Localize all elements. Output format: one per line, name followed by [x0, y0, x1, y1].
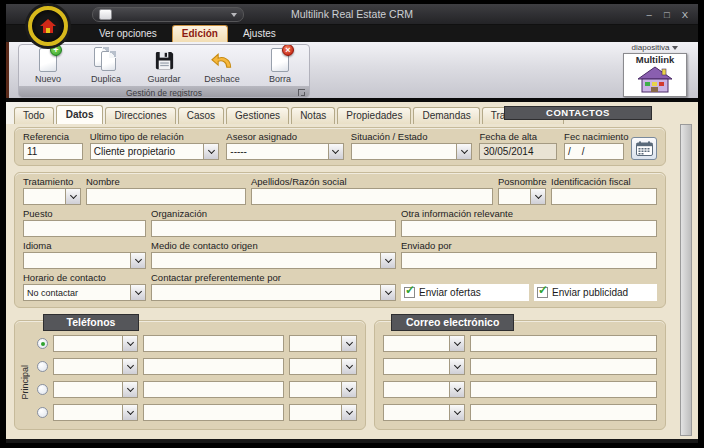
- tab-direcciones[interactable]: Direcciones: [105, 107, 175, 124]
- ribbon: + Nuevo Duplica: [6, 42, 698, 102]
- enviado-por-input[interactable]: [401, 252, 657, 269]
- phone-row: [37, 335, 357, 352]
- phone-ext-select[interactable]: [289, 404, 357, 421]
- tab-todo[interactable]: Todo: [14, 107, 54, 124]
- identificacion-fiscal-input[interactable]: [551, 188, 657, 205]
- ribbon-group-caption: Gestión de registros: [19, 86, 309, 98]
- maximize-button[interactable]: □: [664, 9, 670, 20]
- guardar-button[interactable]: Guardar: [137, 47, 191, 84]
- nombre-input[interactable]: [86, 188, 246, 205]
- chevron-down-icon: [341, 382, 356, 397]
- chevron-down-icon: [449, 382, 464, 397]
- phone-type-select[interactable]: [53, 358, 138, 375]
- phone-principal-radio[interactable]: [37, 338, 48, 349]
- situacion-select[interactable]: [351, 143, 473, 160]
- phone-type-select[interactable]: [53, 404, 138, 421]
- duplica-button[interactable]: Duplica: [79, 47, 133, 84]
- chevron-down-icon: [672, 46, 678, 50]
- menu-ver-opciones[interactable]: Ver opciones: [90, 26, 166, 42]
- horario-contacto-select[interactable]: No contactar: [23, 284, 146, 301]
- email-address-input[interactable]: [470, 381, 657, 398]
- puesto-input[interactable]: [23, 220, 146, 237]
- form-content: Referencia 11 Ultimo tipo de relación Cl…: [6, 124, 698, 439]
- tab-gestiones[interactable]: Gestiones: [226, 107, 289, 124]
- chevron-down-icon: [449, 336, 464, 351]
- telefonos-header: Teléfonos: [43, 314, 139, 331]
- email-type-select[interactable]: [383, 404, 465, 421]
- chevron-down-icon: [341, 336, 356, 351]
- chevron-down-icon: [449, 359, 464, 374]
- panel-datos-personales: Tratamiento Nombre Apellidos/Razón socia…: [14, 172, 666, 308]
- titlebar: Multilink Real Estate CRM – □ X: [6, 4, 698, 25]
- enviar-ofertas-checkbox[interactable]: ✓ Enviar ofertas: [401, 284, 529, 301]
- deshace-button[interactable]: Deshace: [195, 47, 249, 84]
- chevron-down-icon: [122, 359, 137, 374]
- apellidos-input[interactable]: [251, 188, 493, 205]
- email-row: [383, 381, 657, 398]
- menu-ajustes[interactable]: Ajustes: [234, 26, 285, 42]
- organizacion-input[interactable]: [151, 220, 396, 237]
- tipo-relacion-select[interactable]: Cliente propietario: [90, 143, 220, 160]
- chevron-down-icon: [380, 285, 395, 300]
- phone-type-select[interactable]: [53, 381, 138, 398]
- menu-edicion[interactable]: Edición: [172, 25, 228, 42]
- checkbox-checked-icon: ✓: [537, 287, 548, 298]
- enviar-publicidad-checkbox[interactable]: ✓ Enviar publicidad: [534, 284, 657, 301]
- medio-contacto-select[interactable]: [151, 252, 396, 269]
- phone-number-input[interactable]: [143, 381, 284, 398]
- chevron-down-icon: [530, 189, 545, 204]
- chevron-down-icon: [341, 359, 356, 374]
- slide-dropdown[interactable]: diapositiva: [618, 42, 692, 53]
- nuevo-button[interactable]: + Nuevo: [21, 47, 75, 84]
- otra-informacion-input[interactable]: [401, 220, 657, 237]
- chevron-down-icon: [130, 285, 145, 300]
- close-button[interactable]: X: [682, 9, 688, 20]
- phone-number-input[interactable]: [143, 358, 284, 375]
- email-type-select[interactable]: [383, 335, 465, 352]
- multilink-logo: Multilink: [623, 53, 687, 97]
- dialog-launcher-icon[interactable]: [298, 89, 305, 96]
- email-address-input[interactable]: [470, 404, 657, 421]
- phone-type-select[interactable]: [53, 335, 138, 352]
- minimize-button[interactable]: –: [647, 9, 652, 20]
- phone-ext-select[interactable]: [289, 381, 357, 398]
- duplicate-pages-icon: [94, 47, 118, 73]
- window-controls: – □ X: [647, 9, 688, 20]
- phone-row: [37, 358, 357, 375]
- email-type-select[interactable]: [383, 381, 465, 398]
- tab-notas[interactable]: Notas: [291, 107, 335, 124]
- panel-identificacion: Referencia 11 Ultimo tipo de relación Cl…: [14, 127, 666, 166]
- email-address-input[interactable]: [470, 335, 657, 352]
- asesor-select[interactable]: -----: [226, 143, 344, 160]
- fec-nacimiento-input[interactable]: / /: [564, 143, 624, 160]
- chevron-down-icon: [456, 144, 471, 159]
- app-logo-icon[interactable]: [28, 6, 68, 46]
- tratamiento-select[interactable]: [23, 188, 81, 205]
- chevron-down-icon: [122, 382, 137, 397]
- tab-propiedades[interactable]: Propiedades: [337, 107, 411, 124]
- phone-principal-radio[interactable]: [37, 407, 48, 418]
- tab-datos[interactable]: Datos: [56, 105, 104, 124]
- phone-ext-select[interactable]: [289, 358, 357, 375]
- fecha-alta-input: 30/05/2014: [479, 143, 557, 160]
- chevron-down-icon: [130, 253, 145, 268]
- calendar-button[interactable]: [631, 137, 657, 160]
- contactar-preferentemente-select[interactable]: [151, 284, 396, 301]
- email-type-select[interactable]: [383, 358, 465, 375]
- email-address-input[interactable]: [470, 358, 657, 375]
- tab-casos[interactable]: Casos: [178, 107, 224, 124]
- menubar: Ver opciones Edición Ajustes: [6, 25, 698, 42]
- chevron-down-icon: [203, 144, 218, 159]
- tab-demandas[interactable]: Demandas: [413, 107, 479, 124]
- posnombre-select[interactable]: [498, 188, 546, 205]
- phone-number-input[interactable]: [143, 404, 284, 421]
- referencia-input[interactable]: 11: [23, 143, 83, 160]
- phone-principal-radio[interactable]: [37, 361, 48, 372]
- phone-principal-radio[interactable]: [37, 384, 48, 395]
- phone-ext-select[interactable]: [289, 335, 357, 352]
- borra-button[interactable]: × Borra: [253, 47, 307, 84]
- phone-row: [37, 381, 357, 398]
- phone-number-input[interactable]: [143, 335, 284, 352]
- idioma-select[interactable]: [23, 252, 146, 269]
- chevron-down-icon: [122, 336, 137, 351]
